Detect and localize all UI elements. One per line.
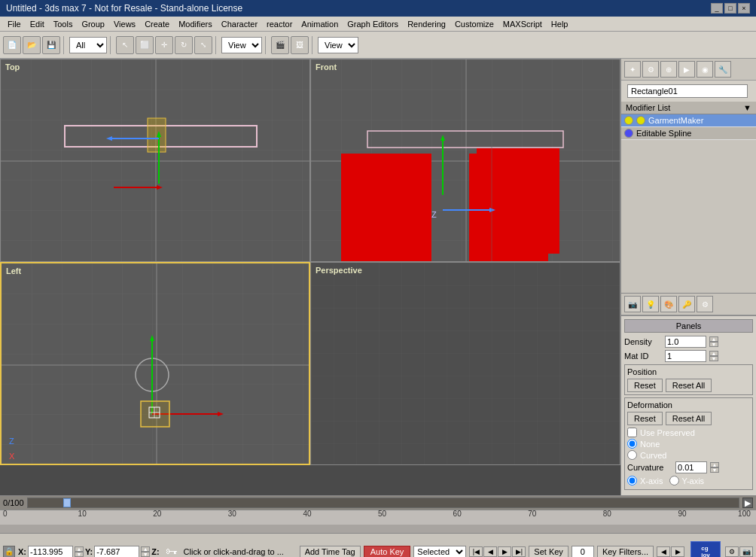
menu-graph-editors[interactable]: Graph Editors: [343, 19, 403, 29]
view-dropdown[interactable]: View: [221, 37, 262, 53]
menu-customize[interactable]: Customize: [450, 19, 498, 29]
none-radio[interactable]: [627, 439, 637, 449]
y-label: Y:: [85, 547, 93, 556]
menu-reactor[interactable]: reactor: [262, 19, 297, 29]
density-up[interactable]: ▲: [709, 336, 718, 342]
set-key-button[interactable]: Set Key: [529, 546, 569, 558]
nav-buttons: |◀ ◀ ▶ ▶|: [469, 546, 526, 557]
svg-rect-16: [341, 154, 431, 251]
deformation-reset-all-button[interactable]: Reset All: [666, 412, 712, 425]
extra-btn-2[interactable]: 📷: [739, 546, 753, 557]
maximize-button[interactable]: □: [724, 3, 736, 14]
menu-group[interactable]: Group: [77, 19, 109, 29]
save-button[interactable]: 💾: [42, 36, 60, 54]
menu-create[interactable]: Create: [140, 19, 174, 29]
position-reset-all-button[interactable]: Reset All: [666, 379, 712, 392]
sep4: [265, 36, 268, 54]
select-button[interactable]: ↖: [116, 36, 134, 54]
curved-radio[interactable]: [627, 450, 637, 460]
prev-frame-button[interactable]: ◀: [483, 546, 497, 557]
menu-file[interactable]: File: [3, 19, 26, 29]
menu-views[interactable]: Views: [109, 19, 140, 29]
x-up[interactable]: ▲: [75, 546, 84, 552]
timeline-thumb[interactable]: [63, 498, 71, 507]
curvature-input[interactable]: [675, 461, 707, 473]
menu-modifiers[interactable]: Modifiers: [174, 19, 217, 29]
viewport-front[interactable]: Front: [310, 59, 620, 262]
matid-input[interactable]: [665, 350, 706, 362]
scale-button[interactable]: ⤡: [194, 36, 212, 54]
nav-left-button[interactable]: ◀: [657, 546, 670, 557]
go-to-start-button[interactable]: |◀: [469, 546, 483, 557]
next-frame-button[interactable]: ▶|: [512, 546, 526, 557]
x-axis-label: X-axis: [640, 476, 663, 485]
curvature-up[interactable]: ▲: [710, 462, 719, 467]
viewport-left[interactable]: Left: [0, 262, 310, 465]
settings-icon[interactable]: ⚙: [697, 296, 713, 312]
frame-input[interactable]: [572, 546, 594, 558]
auto-key-button[interactable]: Auto Key: [364, 546, 411, 558]
use-preserved-checkbox[interactable]: [627, 428, 637, 437]
new-button[interactable]: 📄: [3, 36, 21, 54]
add-time-tag-button[interactable]: Add Time Tag: [300, 546, 361, 558]
modifier-editable-spline[interactable]: Editable Spline: [621, 127, 756, 140]
create-icon[interactable]: ✦: [624, 61, 641, 78]
menu-maxscript[interactable]: MAXScript: [498, 19, 547, 29]
minimize-button[interactable]: _: [711, 3, 723, 14]
render2-button[interactable]: 🖼: [291, 36, 309, 54]
key-icon2[interactable]: 🔑: [678, 296, 695, 312]
matid-down[interactable]: ▼: [709, 356, 718, 361]
x-axis-radio[interactable]: [627, 476, 637, 485]
x-label: X:: [18, 547, 26, 556]
density-down[interactable]: ▼: [709, 342, 718, 347]
utility-icon[interactable]: 🔧: [715, 61, 731, 78]
modify-icon[interactable]: ⚙: [642, 61, 659, 78]
svg-rect-17: [477, 148, 559, 254]
select-region-button[interactable]: ⬜: [136, 36, 154, 54]
key-filters-button[interactable]: Key Filters...: [597, 546, 654, 558]
x-down[interactable]: ▼: [75, 552, 84, 557]
y-axis-radio[interactable]: [669, 476, 679, 485]
filter-dropdown[interactable]: All: [69, 37, 107, 53]
object-name-input[interactable]: Rectangle01: [627, 84, 748, 98]
render-view-dropdown[interactable]: View: [318, 37, 358, 53]
close-button[interactable]: ×: [738, 3, 750, 14]
menu-character[interactable]: Character: [217, 19, 262, 29]
selected-dropdown[interactable]: Selected: [413, 546, 466, 558]
viewport-top[interactable]: Top: [0, 59, 310, 262]
y-down[interactable]: ▼: [141, 552, 150, 557]
rotate-button[interactable]: ↻: [175, 36, 193, 54]
render-icon[interactable]: 🎨: [660, 296, 677, 312]
render-button[interactable]: 🎬: [271, 36, 289, 54]
deformation-reset-button[interactable]: Reset: [627, 412, 663, 425]
motion-icon[interactable]: ▶: [678, 61, 695, 78]
hierarchy-icon[interactable]: ⊕: [660, 61, 677, 78]
light-icon[interactable]: 💡: [642, 296, 659, 312]
modifier-list-arrow[interactable]: ▼: [743, 103, 751, 112]
camera-icon[interactable]: 📷: [624, 296, 641, 312]
matid-up[interactable]: ▲: [709, 351, 718, 356]
menu-animation[interactable]: Animation: [297, 19, 343, 29]
timeline-track[interactable]: [27, 498, 739, 508]
lock-icon[interactable]: 🔒: [3, 546, 15, 558]
move-button[interactable]: ✛: [155, 36, 173, 54]
menu-edit[interactable]: Edit: [26, 19, 49, 29]
x-coord-input[interactable]: [28, 546, 73, 558]
y-coord-input[interactable]: [94, 546, 139, 558]
menu-help[interactable]: Help: [547, 19, 573, 29]
timeline-end-btn[interactable]: ▶: [742, 498, 753, 508]
nav-right-button[interactable]: ▶: [671, 546, 684, 557]
modifier-eye-icon: [624, 116, 633, 125]
menu-tools[interactable]: Tools: [49, 19, 78, 29]
curvature-down[interactable]: ▼: [710, 467, 719, 473]
position-reset-button[interactable]: Reset: [627, 379, 663, 392]
play-button[interactable]: ▶: [498, 546, 511, 557]
menu-rendering[interactable]: Rendering: [403, 19, 450, 29]
y-up[interactable]: ▲: [141, 546, 150, 552]
modifier-garmentmaker[interactable]: GarmentMaker: [621, 114, 756, 127]
viewport-perspective[interactable]: Perspective: [310, 262, 620, 465]
density-input[interactable]: [665, 336, 706, 348]
display-icon[interactable]: ◉: [697, 61, 713, 78]
open-button[interactable]: 📂: [23, 36, 41, 54]
extra-btn-1[interactable]: ⚙: [725, 546, 739, 557]
